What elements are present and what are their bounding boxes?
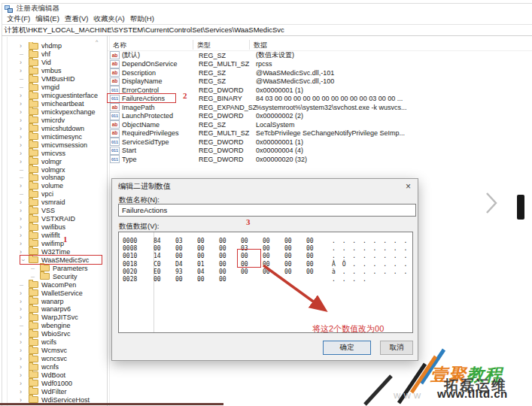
tree-expander-icon[interactable]: › <box>20 182 29 189</box>
tree-expander-icon[interactable]: › <box>20 158 29 165</box>
tree-item-Wcmsvc[interactable]: ›Wcmsvc <box>2 347 107 355</box>
tree-item-vmicrdv[interactable]: ›vmicrdv <box>2 116 107 124</box>
tree-expander-icon[interactable]: › <box>20 232 29 239</box>
hex-byte[interactable]: 01 <box>197 261 219 268</box>
tree-item-volmgrx[interactable]: –volmgrx <box>2 165 107 174</box>
tree-expander-icon[interactable]: › <box>20 67 29 74</box>
tree-expander-icon[interactable]: › <box>20 100 29 108</box>
hex-byte[interactable]: 00 <box>154 276 175 283</box>
tree-item-vmicheartbeat[interactable]: ›vmicheartbeat <box>2 100 107 108</box>
tree-expander-icon[interactable]: › <box>20 347 29 354</box>
table-row-DisplayName[interactable]: abDisplayNameREG_SZ@WaaSMedicSvc.dll,-10… <box>107 77 532 86</box>
hex-byte[interactable]: D4 <box>175 261 197 268</box>
hex-byte[interactable]: 00 <box>197 245 219 252</box>
tree-expander-icon[interactable]: › <box>20 363 29 371</box>
tree-expander-icon[interactable]: › <box>20 314 29 321</box>
tree-item-wbengine[interactable]: –wbengine <box>2 322 107 330</box>
tree-expander-icon[interactable]: › <box>20 125 29 132</box>
dialog-title-bar[interactable]: 编辑二进制数值 <box>112 179 418 194</box>
tree-item-vmicvmsession[interactable]: ›vmicvmsession <box>2 141 107 149</box>
tree-item-vmickvpexchange[interactable]: ›vmickvpexchange <box>2 108 107 117</box>
tree-item-WalletService[interactable]: ›WalletService <box>2 289 107 297</box>
column-divider[interactable] <box>193 40 193 50</box>
tree-expander-icon[interactable]: › <box>20 150 29 157</box>
tree-expander-icon[interactable]: › <box>20 305 29 313</box>
tree-item-wanarpv6[interactable]: ›wanarpv6 <box>2 305 107 314</box>
table-row-Type[interactable]: 011TypeREG_DWORD0x00000020 (32) <box>107 155 532 164</box>
tree-item-vwififlt[interactable]: ›vwififlt <box>2 232 107 240</box>
table-row-(默认)[interactable]: ab(默认)REG_SZ(数值未设置) <box>107 51 532 60</box>
tree-item-VSTXRAID[interactable]: ›VSTXRAID <box>2 215 107 223</box>
tree-expander-icon[interactable]: › <box>20 388 29 395</box>
tree-scrollbar-up-icon[interactable]: ^ <box>96 39 98 44</box>
tree-item-VSS[interactable]: ›VSS <box>2 207 107 215</box>
tree-item-vpci[interactable]: –vpci <box>2 190 107 198</box>
tree-expander-icon[interactable]: › <box>20 207 29 214</box>
tree-expander-icon[interactable]: › <box>20 133 29 141</box>
tree-expander-icon[interactable]: › <box>20 371 29 379</box>
table-row-Description[interactable]: abDescriptionREG_SZ@WaaSMedicSvc.dll,-10… <box>107 68 532 77</box>
tree-item-WacomPen[interactable]: –WacomPen <box>2 280 107 289</box>
tree-item-wanarp[interactable]: ›wanarp <box>2 297 107 305</box>
tree-item-vmicshutdown[interactable]: ›vmicshutdown <box>2 124 107 132</box>
tree-expander-icon[interactable]: › <box>20 198 29 206</box>
hex-row-0008[interactable]: 00080000000003000000. . . . . . . . <box>119 244 412 252</box>
hex-byte[interactable]: 00 <box>306 245 328 252</box>
hex-byte[interactable]: 93 <box>175 268 197 275</box>
tree-item-Vid[interactable]: ›Vid <box>2 59 107 67</box>
column-divider[interactable] <box>249 40 250 50</box>
hex-byte[interactable]: 84 <box>154 238 175 244</box>
tree-item-vmbus[interactable]: ›vmbus <box>2 67 107 75</box>
tree-item-vwifibus[interactable]: ›vwifibus <box>2 223 107 232</box>
tree-expander-icon[interactable]: › <box>20 289 29 297</box>
tree-item-vsmraid[interactable]: ›vsmraid <box>2 198 107 207</box>
table-row-Start[interactable]: 011StartREG_DWORD0x00000004 (4) <box>107 147 532 156</box>
tree-item-vhdmp[interactable]: ›vhdmp <box>2 42 107 50</box>
hex-byte[interactable]: 00 <box>284 238 306 244</box>
hex-byte[interactable]: 00 <box>263 238 284 244</box>
address-bar[interactable]: 计算机\HKEY_LOCAL_MACHINE\SYSTEM\CurrentCon… <box>2 26 532 35</box>
hex-byte[interactable]: 00 <box>306 238 328 244</box>
tree-item-Wdf01000[interactable]: ›Wdf01000 <box>2 379 107 387</box>
hex-byte[interactable]: 00 <box>197 276 219 283</box>
hex-byte[interactable]: 00 <box>284 253 306 259</box>
tree-expander-icon[interactable]: › <box>20 108 29 116</box>
tree-item-VMBusHID[interactable]: –VMBusHID <box>2 75 107 83</box>
hex-byte[interactable]: 00 <box>219 238 241 244</box>
hex-byte[interactable]: 00 <box>175 253 197 259</box>
value-name-field[interactable]: FailureActions <box>118 204 416 217</box>
tree-expander-icon[interactable]: › <box>20 117 29 124</box>
menu-item-0[interactable]: 文件(F) <box>7 14 30 24</box>
tree-item-vmicguestinterface[interactable]: ›vmicguestinterface <box>2 92 107 100</box>
tree-expander-icon[interactable]: › <box>20 355 29 362</box>
tree-item-wcnfs[interactable]: ›wcnfs <box>2 363 107 371</box>
menu-item-3[interactable]: 收藏夹(A) <box>93 14 124 24</box>
hex-byte[interactable]: 04 <box>197 268 219 275</box>
table-row-ServiceSidType[interactable]: 011ServiceSidTypeREG_DWORD0x00000001 (1) <box>107 138 532 147</box>
tree-expander-icon[interactable]: › <box>20 223 29 231</box>
tree-item-vwifimp[interactable]: ›vwifimp <box>2 240 107 248</box>
hex-byte[interactable]: C0 <box>154 261 175 268</box>
tree-item-vhf[interactable]: –vhf <box>2 50 107 59</box>
tree-item-vmgid[interactable]: –vmgid <box>2 83 107 92</box>
table-row-LaunchProtected[interactable]: 011LaunchProtectedREG_DWORD0x00000002 (2… <box>107 112 532 121</box>
hex-byte[interactable]: 00 <box>263 253 284 259</box>
tree-expander-icon[interactable]: › <box>20 42 29 50</box>
hex-byte[interactable]: 00 <box>197 253 219 259</box>
hex-byte[interactable]: 00 <box>284 245 306 252</box>
tree-expander-icon[interactable]: › <box>20 240 29 247</box>
tree-item-wcncsvc[interactable]: ›wcncsvc <box>2 355 107 363</box>
tree-item-WarpJITSvc[interactable]: ›WarpJITSvc <box>2 314 107 322</box>
table-row-ObjectName[interactable]: abObjectNameREG_SZLocalSystem <box>107 120 532 129</box>
hex-byte[interactable]: 00 <box>219 276 241 283</box>
tree-item-WbioSrvc[interactable]: ›WbioSrvc <box>2 330 107 338</box>
tree-item-volume[interactable]: ›volume <box>2 182 107 190</box>
tree-expander-icon[interactable]: › <box>20 141 29 149</box>
table-row-ImagePath[interactable]: abImagePathREG_EXPAND_SZ%systemroot%\sys… <box>107 103 532 112</box>
tree-expander-icon[interactable]: › <box>20 330 29 338</box>
column-header-data[interactable]: 数据 <box>254 41 267 50</box>
hex-byte[interactable]: E0 <box>154 268 175 275</box>
close-icon[interactable]: × <box>406 181 411 192</box>
tree-item-WdBoot[interactable]: ›WdBoot <box>2 371 107 380</box>
tree-expander-icon[interactable]: › <box>20 59 29 66</box>
